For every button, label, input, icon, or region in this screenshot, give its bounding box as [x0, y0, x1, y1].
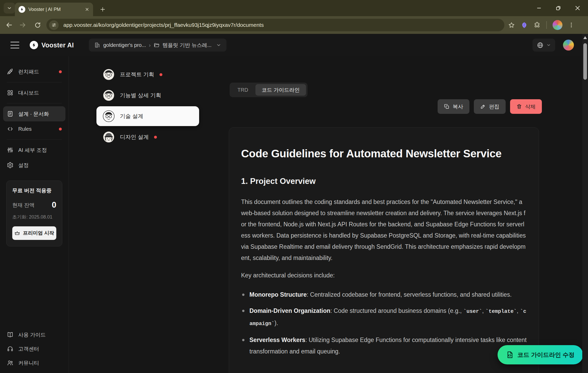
- browser-profile-avatar[interactable]: [553, 20, 562, 30]
- vooster-logo-icon: [30, 41, 38, 49]
- project-folder-icon: [154, 42, 160, 48]
- toolbar-divider: [546, 21, 547, 29]
- headset-icon: [7, 345, 14, 352]
- doc-item-design[interactable]: 디자인 설계: [96, 127, 199, 147]
- tab-code-guidelines[interactable]: 코드 가이드라인: [255, 84, 306, 96]
- doc-item-feature-plan[interactable]: 기능별 상세 기획: [96, 85, 199, 105]
- sidebar-item-dashboard[interactable]: 대시보드: [0, 85, 69, 100]
- extensions-puzzle-icon[interactable]: [534, 22, 541, 29]
- trash-icon: [516, 104, 522, 109]
- user-avatar[interactable]: [563, 40, 574, 51]
- bullet-item: Domain-Driven Organization: Code structu…: [241, 305, 527, 330]
- sidebar-item-label: 사용 가이드: [18, 331, 46, 338]
- scrollbar-up-arrow[interactable]: [583, 36, 587, 39]
- edit-button-label: 편집: [489, 103, 499, 110]
- tab-search-button[interactable]: [4, 3, 15, 14]
- document-list: 프로젝트 기획 기능별 상세 기획 기술 설계 디자인 설계: [69, 56, 215, 373]
- sidebar-item-design-docs[interactable]: 설계 · 문서화: [3, 106, 65, 121]
- avatar-man-glasses: [103, 110, 115, 122]
- new-tab-button[interactable]: [97, 4, 108, 15]
- delete-button[interactable]: 삭제: [510, 99, 542, 114]
- edit-code-guidelines-fab[interactable]: 코드 가이드라인 수정: [498, 345, 583, 364]
- doc-item-tech-design[interactable]: 기술 설계: [96, 106, 199, 126]
- bullet-item: Serverless Workers: Utilizing Supabase E…: [241, 334, 527, 357]
- sidebar-item-label: 설계 · 문서화: [18, 110, 49, 117]
- sidebar-item-launchpad[interactable]: 런치패드: [0, 64, 69, 79]
- avatar-man-glasses: [103, 69, 115, 80]
- notification-dot: [59, 128, 62, 130]
- window-restore-button[interactable]: [555, 4, 562, 12]
- sliders-icon: [7, 147, 14, 153]
- language-selector[interactable]: [532, 39, 555, 52]
- sidebar-item-label: 커뮤니티: [18, 359, 39, 366]
- bolt-icon: [20, 7, 24, 11]
- forward-button[interactable]: [19, 21, 27, 29]
- browser-toolbar: app.vooster.ai/ko/org/goldentiger/projec…: [0, 16, 588, 34]
- app-logo[interactable]: Vooster AI: [30, 41, 74, 49]
- copy-button[interactable]: 복사: [438, 99, 469, 114]
- url-text[interactable]: app.vooster.ai/ko/org/goldentiger/projec…: [63, 22, 264, 28]
- window-close-button[interactable]: [574, 4, 581, 12]
- window-minimize-button[interactable]: [535, 4, 543, 12]
- code-brackets-icon: [7, 126, 14, 132]
- code-file-icon: [506, 351, 514, 359]
- chevron-down-icon: [7, 5, 12, 11]
- notification-dot: [59, 70, 62, 73]
- rocket-icon: [7, 68, 14, 75]
- doc-item-project-plan[interactable]: 프로젝트 기획: [96, 65, 199, 84]
- document-paragraph: This document outlines the coding standa…: [241, 196, 527, 264]
- page-scrollbar[interactable]: [582, 34, 588, 373]
- tab-trd[interactable]: TRD: [231, 84, 254, 96]
- book-icon: [7, 331, 14, 338]
- avatar-man-glasses: [103, 89, 115, 101]
- pencil-icon: [480, 104, 486, 109]
- reload-button[interactable]: [33, 21, 42, 29]
- chevron-down-icon: [216, 42, 221, 48]
- bookmark-star-icon[interactable]: [508, 22, 515, 29]
- main-content: TRD 코드 가이드라인 복사 편집 삭제 Code Guidelines fo…: [215, 56, 582, 373]
- doc-item-label: 기술 설계: [120, 113, 143, 120]
- premium-start-button[interactable]: 프리미엄 시작: [12, 226, 56, 240]
- document-bullet-list: Monorepo Structure: Centralized codebase…: [241, 289, 527, 357]
- address-bar[interactable]: app.vooster.ai/ko/org/goldentiger/projec…: [46, 19, 504, 31]
- header-right: [532, 39, 574, 52]
- edit-button[interactable]: 편집: [474, 99, 506, 114]
- site-settings-icon[interactable]: [49, 20, 59, 30]
- organization-building-icon: [94, 42, 100, 48]
- breadcrumb[interactable]: goldentiger's pro... › 템플릿 기반 뉴스레...: [89, 39, 226, 52]
- breadcrumb-org[interactable]: goldentiger's pro...: [103, 42, 146, 48]
- sidebar-item-support[interactable]: 고객센터: [0, 342, 69, 356]
- document-actions: 복사 편집 삭제: [438, 99, 542, 114]
- forward-arrow-icon: [19, 21, 26, 29]
- sidebar-item-label: 런치패드: [18, 68, 39, 75]
- copy-icon: [444, 104, 450, 109]
- sidebar-item-ai-tuning[interactable]: AI 세부 조정: [0, 142, 69, 158]
- window-controls: [535, 0, 588, 16]
- sidebar-toggle-button[interactable]: [10, 42, 19, 48]
- sidebar-item-user-guide[interactable]: 사용 가이드: [0, 328, 69, 342]
- tab-close-icon[interactable]: [85, 7, 89, 12]
- browser-tab[interactable]: Vooster | AI PM: [15, 3, 93, 16]
- browser-menu-kebab-icon[interactable]: [568, 22, 574, 28]
- reload-icon: [34, 22, 41, 29]
- back-arrow-icon: [5, 21, 13, 29]
- tab-title: Vooster | AI PM: [28, 7, 85, 12]
- sidebar-footer: 사용 가이드 고객센터 커뮤니티: [0, 328, 69, 370]
- document-icon: [7, 110, 14, 117]
- sidebar-item-community[interactable]: 커뮤니티: [0, 356, 69, 370]
- notification-dot: [160, 73, 162, 76]
- back-button[interactable]: [5, 21, 13, 29]
- extension-grammarly-icon[interactable]: [521, 22, 528, 29]
- sidebar-item-rules[interactable]: Rules: [0, 121, 69, 136]
- sidebar-item-settings[interactable]: 설정: [0, 158, 69, 173]
- breadcrumb-project[interactable]: 템플릿 기반 뉴스레...: [163, 42, 212, 49]
- document-title: Code Guidelines for Automated Newsletter…: [241, 146, 527, 161]
- app-header: Vooster AI goldentiger's pro... › 템플릿 기반…: [0, 34, 588, 56]
- app-logo-text: Vooster AI: [41, 41, 74, 49]
- minimize-icon: [536, 5, 542, 11]
- plan-card: 무료 버전 적용중 현재 잔액 0 초기화: 2025.08.01 프리미엄 시…: [6, 181, 62, 246]
- reset-date: 초기화: 2025.08.01: [12, 214, 56, 220]
- scrollbar-thumb[interactable]: [583, 43, 587, 80]
- sidebar-item-label: 대시보드: [18, 89, 39, 96]
- document-card: Code Guidelines for Automated Newsletter…: [229, 127, 539, 373]
